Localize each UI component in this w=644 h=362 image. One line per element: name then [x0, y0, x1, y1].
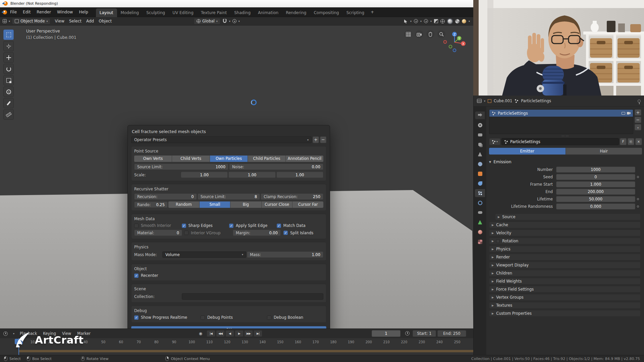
checkbox[interactable]: Apply Split Edge — [229, 223, 276, 228]
property-value-field[interactable]: 200.000 — [556, 189, 635, 195]
property-value-field[interactable]: 50.000 — [556, 196, 635, 202]
source-limit-field[interactable]: Source Limit: 1000 — [134, 164, 228, 170]
panel-section-header[interactable]: Custom Properties — [489, 310, 641, 317]
menubar-item[interactable]: File — [7, 8, 20, 16]
browse-id-button[interactable] — [489, 138, 500, 145]
panel-section-header[interactable]: Physics — [489, 246, 641, 252]
checkbox[interactable]: Match Data — [277, 223, 324, 228]
ok-button[interactable]: OK — [131, 326, 326, 328]
properties-editor-icon[interactable] — [477, 99, 482, 103]
properties-tab[interactable] — [475, 170, 485, 178]
point-source-option[interactable]: Child Particles — [248, 156, 286, 162]
preview-range-icon[interactable] — [405, 331, 410, 336]
mass-field[interactable]: Mass: 1.00 — [247, 251, 323, 258]
menubar-item[interactable]: Edit — [20, 8, 34, 16]
recenter-checkbox[interactable]: Recenter — [134, 273, 158, 278]
axis-z-neg[interactable] — [453, 49, 456, 52]
tool-button[interactable] — [3, 86, 14, 97]
panel-section-header[interactable]: Cache — [489, 222, 641, 228]
panel-section-header[interactable]: Render — [489, 254, 641, 260]
split-islands-checkbox[interactable]: Split Islands — [281, 231, 323, 235]
editor-type-icon[interactable] — [3, 19, 7, 23]
tool-button[interactable] — [3, 109, 14, 120]
section-checkbox[interactable] — [496, 239, 500, 243]
overlays-toggle-icon[interactable] — [424, 19, 428, 23]
jump-to-end-button[interactable]: ▶| — [254, 330, 262, 337]
scale-value-field[interactable]: 1.00 — [276, 172, 323, 178]
properties-tab[interactable] — [475, 121, 485, 129]
axis-x-neg[interactable] — [444, 41, 447, 44]
recursion-mode-option[interactable]: Small — [200, 201, 231, 208]
material-field[interactable]: Material: 0 — [134, 230, 182, 236]
list-resize-grip[interactable] — [489, 134, 642, 137]
frame-start-field[interactable]: Start: 1 — [413, 330, 436, 337]
3d-viewport[interactable]: User Perspective (1) Collection | Cube.0… — [0, 25, 473, 328]
property-value-field[interactable]: 1000 — [556, 167, 635, 173]
animate-dot-icon[interactable] — [635, 198, 641, 200]
prev-keyframe-button[interactable]: ◀◀ — [216, 330, 225, 337]
chevron-down-icon[interactable] — [420, 20, 422, 23]
checkbox[interactable]: Show Progress Realtime — [134, 315, 200, 320]
properties-tab[interactable] — [475, 208, 485, 217]
properties-tab[interactable] — [475, 150, 485, 158]
mode-dropdown[interactable]: Object Mode — [12, 18, 50, 24]
tool-button[interactable] — [3, 52, 14, 63]
viewport-menu-item[interactable]: View — [52, 18, 66, 24]
margin-field[interactable]: Margin: 0.00 — [233, 230, 281, 236]
play-button[interactable]: ▶ — [235, 330, 244, 337]
emission-panel-header[interactable]: Emission — [489, 159, 642, 165]
ortho-grid-button[interactable] — [404, 30, 412, 38]
navigation-gizmo[interactable]: Z Y X — [443, 31, 466, 53]
point-source-option[interactable]: Annotation Pencil — [286, 156, 323, 162]
properties-tab[interactable] — [475, 238, 485, 246]
workspace-tab[interactable]: Layout — [96, 8, 117, 17]
workspace-tab[interactable]: Rendering — [282, 8, 310, 17]
menubar-item[interactable]: Help — [76, 8, 91, 16]
shading-chevron-icon[interactable] — [469, 20, 470, 23]
fake-user-button[interactable]: F — [620, 138, 627, 145]
rando-field[interactable]: Rando: 0.25 — [134, 201, 168, 208]
render-visibility-icon[interactable] — [627, 112, 631, 115]
animate-dot-icon[interactable] — [635, 176, 641, 178]
proportional-editing-icon[interactable] — [232, 19, 236, 23]
add-workspace-button[interactable]: + — [368, 8, 377, 16]
panel-section-header[interactable]: Velocity — [489, 230, 641, 236]
panel-section-header[interactable]: Rotation — [489, 238, 641, 244]
specials-menu-button[interactable] — [635, 124, 641, 130]
property-value-field[interactable]: 0 — [556, 174, 635, 180]
operator-presets-dropdown[interactable]: Operator Presets — [131, 136, 312, 143]
chevron-down-icon[interactable] — [430, 20, 432, 23]
panel-section-header[interactable]: Vertex Groups — [489, 294, 641, 301]
breadcrumb-object[interactable]: Cube.001 — [494, 99, 512, 103]
workspace-tab[interactable]: UV Editing — [169, 8, 197, 17]
properties-tab[interactable] — [475, 179, 485, 187]
recursion-source-limit-field[interactable]: Source Limit: 8 — [198, 193, 260, 200]
chevron-down-icon[interactable] — [410, 20, 412, 23]
tool-button[interactable] — [3, 29, 14, 40]
tool-button[interactable] — [3, 98, 14, 108]
settings-name-field[interactable]: ParticleSettings — [501, 138, 619, 145]
next-keyframe-button[interactable]: ▶▶ — [244, 330, 253, 337]
unlink-button[interactable]: × — [635, 138, 642, 145]
properties-tab[interactable] — [475, 228, 485, 236]
orientation-dropdown[interactable]: Global — [194, 18, 220, 24]
workspace-tab[interactable]: Sculpting — [143, 8, 169, 17]
preset-add-button[interactable]: + — [313, 136, 319, 143]
viewport-visibility-icon[interactable] — [622, 112, 625, 115]
snap-settings-chevron-icon[interactable] — [229, 20, 230, 23]
workspace-tab[interactable]: Shading — [230, 8, 254, 17]
properties-tab[interactable] — [475, 160, 485, 168]
workspace-tab[interactable]: Modeling — [117, 8, 143, 17]
animate-dot-icon[interactable] — [635, 205, 641, 207]
tool-button[interactable] — [3, 64, 14, 74]
pan-view-button[interactable] — [426, 30, 434, 38]
point-source-option[interactable]: Child Verts — [172, 156, 210, 162]
clamp-recursion-field[interactable]: Clamp Recursion: 250 — [261, 193, 323, 200]
panel-section-header[interactable]: Textures — [489, 302, 641, 309]
shading-solid-icon[interactable] — [448, 19, 452, 23]
scale-value-field[interactable]: 1.00 — [181, 172, 228, 178]
particle-type-option[interactable]: Emitter — [489, 148, 566, 155]
shading-rendered-icon[interactable] — [462, 19, 466, 23]
properties-tab[interactable] — [475, 131, 485, 139]
play-reverse-button[interactable]: ◀ — [225, 330, 234, 337]
